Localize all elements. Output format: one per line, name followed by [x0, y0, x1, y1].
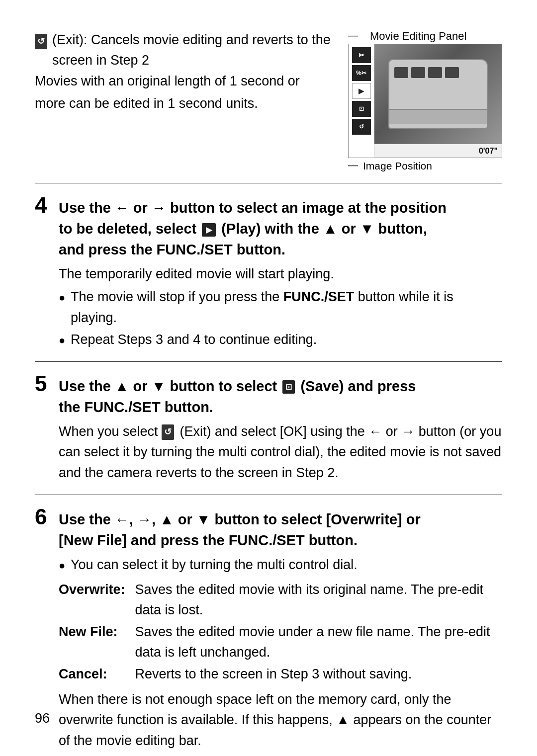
icon-scissors: ✂ — [352, 47, 371, 63]
def-cancel-row: Cancel: Reverts to the screen in Step 3 … — [59, 663, 502, 685]
newfile-def: Saves the edited movie under a new file … — [135, 621, 502, 663]
panel-label-row: — Movie Editing Panel — [348, 30, 466, 43]
exit-icon-ref: ↺ — [162, 424, 174, 440]
panel-label-area: — Movie Editing Panel — [348, 30, 466, 43]
train-window-1 — [394, 67, 408, 78]
time-bar: 0'07" — [374, 144, 502, 158]
top-section: ↺ (Exit): Cancels movie editing and reve… — [35, 30, 502, 172]
train-window-2 — [411, 67, 425, 78]
step-6-header: 6 Use the ←, →, ▲ or ▼ button to select … — [35, 506, 502, 551]
step-4-title: Use the ← or → button to select an image… — [59, 197, 447, 260]
step-4-bullet-2: ● Repeat Steps 3 and 4 to continue editi… — [59, 330, 502, 350]
step-6-bullet-1-text: You can select it by turning the multi c… — [71, 555, 358, 576]
movie-panel-icons: ✂ %✂ ▶ ⊡ ↺ — [349, 44, 374, 158]
top-text: ↺ (Exit): Cancels movie editing and reve… — [35, 30, 333, 115]
train-front — [389, 109, 487, 124]
movies-line2: more can be edited in 1 second units. — [35, 93, 333, 114]
step-6-bullet-1: ● You can select it by turning the multi… — [59, 555, 502, 576]
icon-exit: ↺ — [352, 119, 371, 135]
step-4-bullet-1-text: The movie will stop if you press the FUN… — [71, 287, 502, 329]
train-windows — [394, 67, 482, 78]
step-4: 4 Use the ← or → button to select an ima… — [35, 194, 502, 350]
icon-play: ▶ — [352, 83, 371, 99]
panel-label-arrow: — — [348, 30, 358, 41]
train-image — [374, 44, 502, 144]
step-6-number: 6 — [35, 506, 54, 528]
cancel-term: Cancel: — [59, 663, 135, 685]
icon-save: ⊡ — [352, 101, 371, 117]
step-5-body-text: When you select ↺ (Exit) and select [OK]… — [59, 421, 502, 484]
step-6: 6 Use the ←, →, ▲ or ▼ button to select … — [35, 506, 502, 752]
step-6-body: ● You can select it by turning the multi… — [59, 555, 502, 752]
play-icon: ▶ — [202, 223, 216, 237]
time-display: 0'07" — [479, 147, 498, 156]
movies-line1: Movies with an original length of 1 seco… — [35, 71, 333, 91]
definitions-table: Overwrite: Saves the edited movie with i… — [59, 579, 502, 685]
step-4-bullet-1: ● The movie will stop if you press the F… — [59, 287, 502, 329]
def-overwrite-row: Overwrite: Saves the edited movie with i… — [59, 579, 502, 621]
step-4-body-text: The temporarily edited movie will start … — [59, 264, 502, 285]
step-5: 5 Use the ▲ or ▼ button to select ⊡ (Sav… — [35, 373, 502, 484]
newfile-term: New File: — [59, 621, 135, 663]
overwrite-def: Saves the edited movie with its original… — [135, 579, 502, 621]
movie-editing-image: ✂ %✂ ▶ ⊡ ↺ — [348, 44, 502, 158]
cancel-def: Reverts to the screen in Step 3 without … — [135, 663, 502, 685]
divider-5-6 — [35, 495, 502, 495]
step-5-number: 5 — [35, 373, 54, 395]
image-position-label: Image Position — [363, 160, 432, 172]
exit-note-text: (Exit): Cancels movie editing and revert… — [52, 30, 333, 70]
overwrite-term: Overwrite: — [59, 579, 135, 621]
step-4-header: 4 Use the ← or → button to select an ima… — [35, 194, 502, 260]
icon-percent: %✂ — [352, 65, 371, 81]
step-4-bullet-2-text: Repeat Steps 3 and 4 to continue editing… — [71, 330, 317, 350]
image-pos-arrow: — — [348, 160, 358, 171]
exit-note-line: ↺ (Exit): Cancels movie editing and reve… — [35, 30, 333, 70]
train-window-4 — [445, 67, 459, 78]
top-text-image: ↺ (Exit): Cancels movie editing and reve… — [35, 30, 502, 172]
step-4-number: 4 — [35, 194, 54, 216]
def-newfile-row: New File: Saves the edited movie under a… — [59, 621, 502, 663]
exit-icon: ↺ — [35, 34, 47, 49]
bullet-dot-6-1: ● — [59, 557, 68, 574]
train-window-3 — [428, 67, 442, 78]
divider-top — [35, 183, 502, 183]
divider-4-5 — [35, 361, 502, 362]
bullet-dot-1: ● — [59, 289, 68, 306]
save-icon: ⊡ — [282, 380, 295, 394]
image-panel: — Movie Editing Panel ✂ %✂ ▶ ⊡ ↺ — [348, 30, 502, 172]
step-4-body: The temporarily edited movie will start … — [59, 264, 502, 350]
step-5-header: 5 Use the ▲ or ▼ button to select ⊡ (Sav… — [35, 373, 502, 418]
movie-editing-panel-label: Movie Editing Panel — [360, 30, 466, 43]
bullet-dot-2: ● — [59, 332, 68, 349]
step-6-title: Use the ←, →, ▲ or ▼ button to select [O… — [59, 509, 421, 551]
step-6-note: When there is not enough space left on t… — [59, 689, 502, 752]
step-5-title: Use the ▲ or ▼ button to select ⊡ (Save)… — [59, 376, 416, 418]
train-body — [388, 59, 488, 129]
image-position-area: — Image Position — [348, 158, 432, 172]
page-number: 96 — [35, 711, 50, 726]
step-5-body: When you select ↺ (Exit) and select [OK]… — [59, 421, 502, 484]
